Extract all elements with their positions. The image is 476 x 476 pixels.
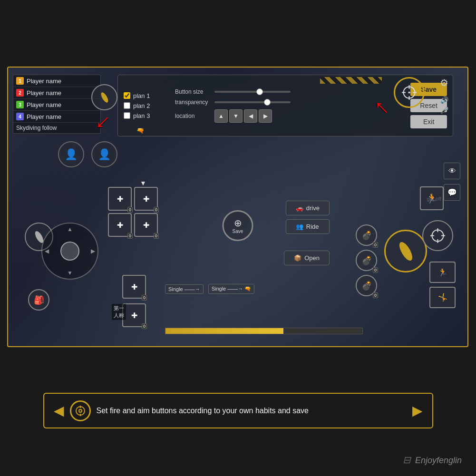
plan-3-checkbox[interactable] <box>124 112 130 119</box>
vehicle-buttons: 🚗 drive 👥 Ride <box>286 201 330 234</box>
bullet-svg-big <box>393 238 419 264</box>
instr-icon-circle <box>70 400 91 421</box>
mic-icon[interactable]: 🎤 <box>440 107 448 114</box>
player-2-num: 2 <box>16 89 24 97</box>
fire-mode-row: Single ——→ Single ——→ 🔫 <box>165 284 254 294</box>
medkit-4[interactable]: ✚0 <box>134 213 158 237</box>
fire-mode-2-label: Single ——→ 🔫 <box>212 286 252 292</box>
drive-button[interactable]: 🚗 drive <box>286 201 330 215</box>
location-label: location <box>175 113 211 119</box>
arrow-up-btn[interactable]: ▲ <box>214 109 228 123</box>
side-icons: 👁 💬 <box>444 163 460 201</box>
dpad-right: ▶ <box>91 248 95 254</box>
instr-arrow-right-icon: ▶ <box>412 403 423 418</box>
exit-button[interactable]: Exit <box>410 115 447 128</box>
open-label: Open <box>304 254 320 262</box>
skydiving-row: Skydiving follow <box>13 123 100 133</box>
plans-column: plan 1 plan 2 plan 3 <box>124 92 166 119</box>
speaker-icon[interactable]: 🔊 <box>440 96 448 104</box>
grenade-1[interactable]: 💣0 <box>356 224 377 246</box>
warning-bar <box>320 77 382 84</box>
player-4-name: Player name <box>27 113 61 120</box>
plan-1-item[interactable]: plan 1 <box>124 92 166 99</box>
silhouette-icon-1[interactable]: 👤 <box>58 141 84 167</box>
plan-2-item[interactable]: plan 2 <box>124 102 166 109</box>
fire-aim-icon <box>75 405 86 417</box>
fire-mode-1-label: Single ——→ <box>168 286 200 292</box>
watermark-text: Enjoyfenglin <box>415 456 462 465</box>
plan-3-item[interactable]: plan 3 <box>124 112 166 119</box>
center-save-button[interactable]: ⊕ Save <box>223 210 253 241</box>
medkit-1[interactable]: ✚0 <box>108 187 132 211</box>
transparency-slider[interactable] <box>214 101 291 103</box>
silhouette-icon-2[interactable]: 👤 <box>91 141 117 167</box>
mic-speaker-icons: 🔊 🎤 <box>440 96 448 114</box>
button-size-slider[interactable] <box>214 91 291 93</box>
arrow-left-btn[interactable]: ◀ <box>244 109 257 123</box>
chinese-label: 第一人称 <box>112 304 126 320</box>
progress-bar-area <box>165 328 363 334</box>
drive-label: drive <box>306 204 320 212</box>
medkit-2[interactable]: ✚0 <box>134 187 158 211</box>
dpad-up: ▲ <box>67 226 73 233</box>
player-1-item: 1 Player name <box>13 75 100 87</box>
player-4-item: 4 Player name <box>13 111 100 123</box>
medkit-single[interactable]: ✚0 <box>122 275 146 299</box>
arrow-down-btn[interactable]: ▼ <box>229 109 243 123</box>
plan-3-label: plan 3 <box>133 112 150 119</box>
grenade-3[interactable]: 💣0 <box>356 275 377 296</box>
location-arrows: ▲ ▼ ◀ ▶ <box>214 109 272 123</box>
player-list: 1 Player name 2 Player name 3 Player nam… <box>13 75 101 134</box>
transparency-label: transparency <box>175 99 211 106</box>
crosshair-svg <box>401 84 418 101</box>
player-2-name: Player name <box>27 89 61 97</box>
aim-button-right[interactable] <box>422 220 453 251</box>
eye-icon-btn[interactable]: 👁 <box>444 163 460 179</box>
action-prone-btn[interactable]: 🤸 <box>429 287 456 308</box>
game-area: plan 1 plan 2 plan 3 Button size transpa… <box>7 67 468 347</box>
grenade-2[interactable]: 💣0 <box>356 250 377 271</box>
action-slide-btn[interactable]: 🏃 <box>429 262 456 283</box>
instruction-text: Set fire and aim buttons according to yo… <box>97 407 407 415</box>
open-icon: 📦 <box>294 254 301 262</box>
gear-icon[interactable]: ⚙ <box>440 77 448 88</box>
dpad-joystick[interactable]: ▲ ▼ ◀ ▶ <box>41 223 98 280</box>
plan-1-checkbox[interactable] <box>124 92 130 99</box>
medkit-3[interactable]: ✚0 <box>108 213 132 237</box>
button-size-row: Button size <box>175 88 406 95</box>
player-4-num: 4 <box>16 113 24 120</box>
aim-reticle-circle[interactable] <box>394 77 425 108</box>
getoff-button[interactable]: 🏃 <box>420 186 444 210</box>
button-size-label: Button size <box>175 88 211 95</box>
gun-settings-icon: 🔫 <box>136 127 144 134</box>
plan-2-checkbox[interactable] <box>124 102 130 109</box>
plan-2-label: plan 2 <box>133 102 150 109</box>
bullet-circle-big[interactable] <box>384 230 427 272</box>
ride-button[interactable]: 👥 Ride <box>286 219 330 234</box>
svg-point-5 <box>408 92 410 94</box>
ride-icon: 👥 <box>296 223 303 230</box>
bullet-circle-top[interactable] <box>91 84 117 110</box>
location-row: location ▲ ▼ ◀ ▶ <box>175 109 406 123</box>
svg-point-15 <box>79 409 82 412</box>
svg-point-8 <box>397 240 415 262</box>
chat-icon-btn[interactable]: 💬 <box>444 184 460 201</box>
drive-icon: 🚗 <box>296 204 303 212</box>
dpad-inner <box>60 242 79 261</box>
arrow-right-btn[interactable]: ▶ <box>259 109 272 123</box>
fire-mode-1[interactable]: Single ——→ <box>165 284 204 294</box>
ride-label: Ride <box>306 223 319 230</box>
watermark: ⊟ Enjoyfenglin <box>403 454 462 466</box>
progress-bar-fill <box>165 328 283 334</box>
backpack-button[interactable]: 🎒 <box>28 289 49 311</box>
instruction-bar: ◀ Set fire and aim buttons according to … <box>43 393 433 428</box>
open-button[interactable]: 📦 Open <box>284 251 330 265</box>
instr-arrow-left-icon: ◀ <box>54 403 64 418</box>
skydiving-label: Skydiving follow <box>16 125 57 131</box>
fire-mode-2[interactable]: Single ——→ 🔫 <box>208 284 255 294</box>
player-3-num: 3 <box>16 101 24 108</box>
dpad-down: ▼ <box>67 270 73 276</box>
svg-point-6 <box>99 91 109 104</box>
player-3-name: Player name <box>27 101 61 108</box>
action-group: 🏃 🤸 <box>429 262 456 308</box>
